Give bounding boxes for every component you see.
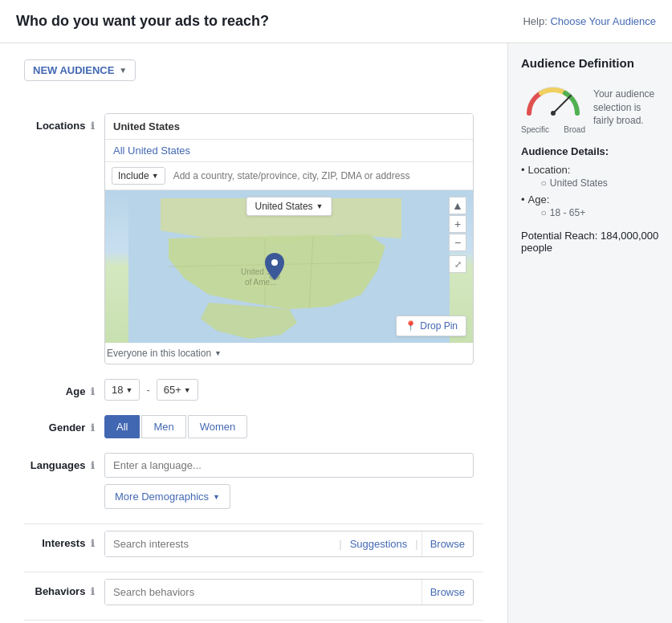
age-section: Age ℹ 18 ▼ - 65+ ▼ bbox=[24, 379, 483, 401]
interests-search-input[interactable] bbox=[105, 531, 336, 556]
interests-content: | Suggestions | Browse bbox=[104, 531, 474, 557]
location-search-input[interactable] bbox=[170, 169, 466, 183]
chevron-down-icon: ▼ bbox=[152, 172, 159, 180]
chevron-down-icon: ▼ bbox=[125, 386, 132, 394]
svg-point-9 bbox=[551, 111, 556, 116]
age-to-select[interactable]: 65+ ▼ bbox=[157, 379, 198, 401]
location-all[interactable]: All United States bbox=[105, 140, 473, 162]
drop-pin-button[interactable]: 📍 Drop Pin bbox=[396, 316, 466, 336]
interests-browse-button[interactable]: Browse bbox=[422, 531, 473, 556]
gauge-labels: Specific Broad bbox=[521, 125, 585, 134]
help-prefix: Help: bbox=[523, 15, 550, 27]
more-demographics-button[interactable]: More Demographics ▼ bbox=[104, 484, 230, 509]
audience-details: Audience Details: • Location: ○ United S… bbox=[521, 145, 659, 254]
reach-text: Potential Reach: 184,000,000 people bbox=[521, 230, 658, 254]
interests-suggestions-link[interactable]: Suggestions bbox=[345, 531, 413, 556]
languages-label: Languages ℹ bbox=[24, 453, 104, 471]
gauge-specific-label: Specific bbox=[521, 125, 549, 134]
chevron-down-icon: ▼ bbox=[119, 66, 127, 75]
interests-search-row: | Suggestions | Browse bbox=[104, 531, 474, 557]
age-label: Age ℹ bbox=[24, 379, 104, 397]
interests-info-icon[interactable]: ℹ bbox=[91, 538, 95, 549]
interests-label: Interests ℹ bbox=[24, 531, 104, 549]
age-detail-value: ○ 18 - 65+ bbox=[541, 207, 586, 218]
age-to-value: 65+ bbox=[164, 384, 181, 396]
gender-men-button[interactable]: Men bbox=[141, 415, 185, 438]
interests-section: Interests ℹ | Suggestions | Browse bbox=[24, 531, 483, 557]
more-demographics-label: More Demographics bbox=[115, 491, 209, 503]
locations-label: Locations ℹ bbox=[24, 113, 104, 132]
location-selected: United States bbox=[105, 114, 473, 140]
age-row: 18 ▼ - 65+ ▼ bbox=[104, 379, 474, 401]
age-detail: • Age: ○ 18 - 65+ bbox=[521, 193, 659, 218]
country-label: United States bbox=[255, 201, 313, 212]
new-audience-button[interactable]: NEW AUDIENCE ▼ bbox=[24, 59, 136, 81]
gauge-broad-label: Broad bbox=[564, 125, 585, 134]
languages-content: More Demographics ▼ bbox=[104, 453, 474, 509]
chevron-down-icon: ▼ bbox=[316, 202, 324, 210]
drop-pin-label: Drop Pin bbox=[420, 320, 458, 332]
country-select-button[interactable]: United States ▼ bbox=[246, 197, 332, 216]
behaviors-search-input[interactable] bbox=[105, 580, 422, 605]
interests-pipe: | bbox=[412, 538, 421, 550]
gender-content: All Men Women bbox=[104, 415, 474, 438]
age-info-icon[interactable]: ℹ bbox=[91, 386, 95, 397]
map-zoom-out-button[interactable]: − bbox=[449, 234, 466, 251]
gender-info-icon[interactable]: ℹ bbox=[91, 422, 95, 434]
age-separator: - bbox=[146, 384, 149, 396]
behaviors-label: Behaviors ℹ bbox=[24, 579, 104, 597]
chevron-down-icon: ▼ bbox=[214, 349, 222, 357]
behaviors-info-icon[interactable]: ℹ bbox=[91, 586, 95, 597]
location-sub-list: ○ United States bbox=[528, 177, 608, 189]
location-detail: • Location: ○ United States bbox=[521, 164, 659, 189]
location-box: United States All United States Include … bbox=[104, 113, 474, 364]
gender-section: Gender ℹ All Men Women bbox=[24, 415, 483, 438]
map-fullscreen-button[interactable]: ⤢ bbox=[449, 255, 466, 273]
gender-label: Gender ℹ bbox=[24, 415, 104, 434]
potential-reach: Potential Reach: 184,000,000 people bbox=[521, 230, 659, 254]
gauge-container: Specific Broad Your audience selection i… bbox=[521, 81, 659, 134]
behaviors-search-row: Browse bbox=[104, 579, 474, 605]
behaviors-browse-button[interactable]: Browse bbox=[422, 580, 473, 605]
svg-point-7 bbox=[271, 259, 278, 266]
gender-row: All Men Women bbox=[104, 415, 474, 438]
include-dropdown[interactable]: Include ▼ bbox=[112, 167, 165, 185]
help-text: Help: Choose Your Audience bbox=[523, 15, 656, 27]
location-detail-label: Location: bbox=[528, 164, 571, 176]
details-title: Audience Details: bbox=[521, 145, 659, 157]
audience-badge-label: NEW AUDIENCE bbox=[33, 64, 114, 76]
map-pan-up-button[interactable]: ▲ bbox=[449, 197, 466, 214]
locations-content: United States All United States Include … bbox=[104, 113, 474, 364]
behaviors-content: Browse bbox=[104, 579, 474, 605]
chevron-down-icon: ▼ bbox=[184, 386, 191, 394]
age-sub-list: ○ 18 - 65+ bbox=[528, 207, 586, 218]
languages-info-icon[interactable]: ℹ bbox=[91, 460, 95, 471]
interests-separator: | bbox=[336, 538, 344, 550]
everyone-label: Everyone in this location bbox=[107, 348, 211, 359]
help-link[interactable]: Choose Your Audience bbox=[550, 15, 656, 27]
age-from-select[interactable]: 18 ▼ bbox=[104, 379, 140, 401]
page-title: Who do you want your ads to reach? bbox=[16, 13, 269, 30]
gender-women-button[interactable]: Women bbox=[188, 415, 248, 438]
locations-section: Locations ℹ United States All United Sta… bbox=[24, 113, 483, 364]
chevron-down-icon: ▼ bbox=[213, 493, 220, 501]
locations-info-icon[interactable]: ℹ bbox=[91, 120, 95, 132]
audience-definition-panel: Audience Definition bbox=[507, 43, 672, 623]
panel-title: Audience Definition bbox=[521, 56, 659, 70]
languages-section: Languages ℹ More Demographics ▼ bbox=[24, 453, 483, 509]
audience-gauge bbox=[521, 81, 585, 121]
age-from-value: 18 bbox=[112, 384, 123, 396]
map-zoom-controls: ▲ + − ⤢ bbox=[449, 197, 466, 273]
everyone-in-location[interactable]: Everyone in this location ▼ bbox=[105, 343, 473, 364]
location-detail-value: ○ United States bbox=[541, 177, 608, 189]
behaviors-section: Behaviors ℹ Browse bbox=[24, 579, 483, 605]
gauge-description: Your audience selection is fairly broad. bbox=[593, 88, 659, 128]
age-content: 18 ▼ - 65+ ▼ bbox=[104, 379, 474, 401]
map-zoom-in-button[interactable]: + bbox=[449, 215, 466, 233]
languages-input[interactable] bbox=[104, 453, 474, 478]
map-container: United St... of Ame... United States bbox=[105, 190, 473, 343]
age-detail-label: Age: bbox=[528, 193, 550, 206]
details-list: • Location: ○ United States bbox=[521, 164, 659, 218]
gender-all-button[interactable]: All bbox=[104, 415, 140, 438]
include-label: Include bbox=[118, 170, 149, 181]
